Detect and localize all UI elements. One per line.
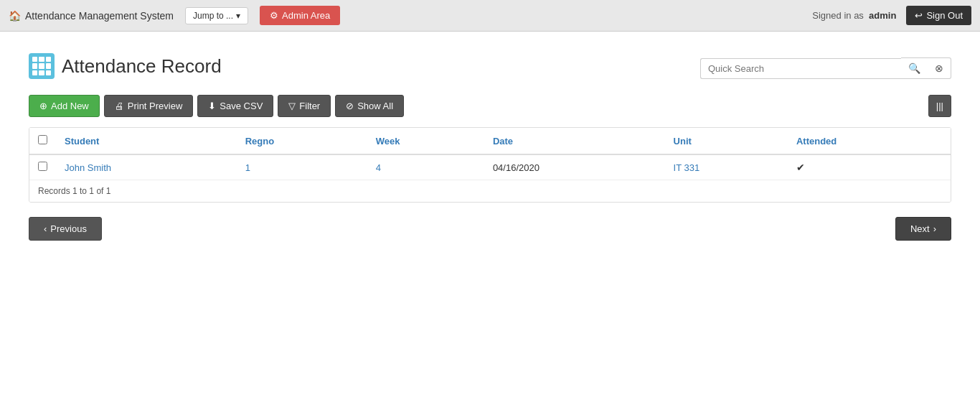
- records-info: Records 1 to 1 of 1: [29, 180, 951, 202]
- jump-to-button[interactable]: Jump to ... ▾: [185, 7, 248, 24]
- header-student[interactable]: Student: [56, 128, 237, 154]
- cell-week: 4: [367, 154, 484, 180]
- navbar: 🏠 Attendance Management System Jump to .…: [0, 0, 980, 32]
- signed-in-text: Signed in as admin: [812, 10, 896, 21]
- print-preview-label: Print Preview: [128, 101, 183, 111]
- clear-search-icon: ⊗: [935, 62, 943, 74]
- next-label: Next: [910, 223, 930, 234]
- pagination-area: ‹ Previous Next ›: [29, 217, 951, 241]
- filter-button[interactable]: ▽ Filter: [278, 95, 331, 117]
- jump-to-label: Jump to ...: [193, 11, 233, 21]
- show-all-button[interactable]: ⊘ Show All: [335, 95, 404, 117]
- page-title-area: Attendance Record: [29, 53, 222, 79]
- cell-unit: IT 331: [665, 154, 788, 180]
- week-link[interactable]: 4: [376, 162, 381, 173]
- plus-circle-icon: ⊕: [39, 101, 47, 111]
- header-unit[interactable]: Unit: [665, 128, 788, 154]
- table-row: John Smith 1 4 04/16/2020 IT 331 ✔: [29, 154, 951, 180]
- show-all-icon: ⊘: [346, 101, 354, 111]
- student-link[interactable]: John Smith: [65, 162, 111, 173]
- signed-in-user: admin: [869, 10, 896, 21]
- row-checkbox[interactable]: [38, 162, 47, 171]
- sign-out-label: Sign Out: [926, 10, 963, 21]
- filter-label: Filter: [299, 101, 320, 111]
- header-regno[interactable]: Regno: [237, 128, 367, 154]
- columns-icon: |||: [936, 101, 943, 111]
- page-header: Attendance Record 🔍 ⊗: [29, 53, 951, 79]
- next-button[interactable]: Next ›: [895, 217, 951, 241]
- sign-out-button[interactable]: ↩ Sign Out: [906, 6, 971, 25]
- chevron-right-icon: ›: [933, 223, 936, 234]
- save-csv-button[interactable]: ⬇ Save CSV: [197, 95, 273, 117]
- search-clear-button[interactable]: ⊗: [928, 57, 951, 79]
- search-button[interactable]: 🔍: [901, 57, 928, 79]
- gear-icon: ⚙: [270, 10, 278, 21]
- search-icon: 🔍: [908, 62, 920, 74]
- previous-label: Previous: [50, 223, 87, 234]
- save-csv-label: Save CSV: [220, 101, 263, 111]
- chevron-down-icon: ▾: [236, 11, 240, 21]
- page-title-icon: [29, 53, 55, 79]
- signed-in-prefix: Signed in as: [812, 10, 864, 21]
- main-content: Attendance Record 🔍 ⊗ ⊕ Add New 🖨 Print …: [0, 32, 980, 413]
- admin-area-button[interactable]: ⚙ Admin Area: [260, 6, 340, 25]
- attended-checkmark: ✔: [796, 162, 805, 173]
- quick-search-area: 🔍 ⊗: [700, 57, 951, 79]
- app-title: Attendance Management System: [25, 10, 174, 22]
- cell-attended: ✔: [788, 154, 951, 180]
- header-attended[interactable]: Attended: [788, 128, 951, 154]
- columns-button[interactable]: |||: [928, 95, 951, 117]
- toolbar: ⊕ Add New 🖨 Print Preview ⬇ Save CSV ▽ F…: [29, 95, 951, 117]
- header-checkbox-cell: [29, 128, 56, 154]
- navbar-right: Signed in as admin ↩ Sign Out: [812, 6, 971, 25]
- download-icon: ⬇: [208, 101, 216, 111]
- header-week[interactable]: Week: [367, 128, 484, 154]
- regno-link[interactable]: 1: [245, 162, 250, 173]
- show-all-label: Show All: [357, 101, 393, 111]
- cell-student: John Smith: [56, 154, 237, 180]
- home-icon: 🏠: [9, 10, 21, 22]
- print-preview-button[interactable]: 🖨 Print Preview: [104, 95, 194, 117]
- add-new-button[interactable]: ⊕ Add New: [29, 95, 100, 117]
- header-date[interactable]: Date: [484, 128, 665, 154]
- filter-icon: ▽: [288, 101, 296, 111]
- admin-area-label: Admin Area: [282, 10, 330, 21]
- attendance-table: Student Regno Week Date Unit Attended Jo…: [29, 128, 951, 180]
- navbar-brand: 🏠 Attendance Management System: [9, 10, 174, 22]
- attendance-table-wrapper: Student Regno Week Date Unit Attended Jo…: [29, 127, 951, 203]
- table-header-row: Student Regno Week Date Unit Attended: [29, 128, 951, 154]
- chevron-left-icon: ‹: [44, 223, 47, 234]
- previous-button[interactable]: ‹ Previous: [29, 217, 102, 241]
- navbar-left: 🏠 Attendance Management System Jump to .…: [9, 6, 340, 25]
- print-icon: 🖨: [115, 101, 124, 111]
- sign-out-icon: ↩: [915, 10, 923, 21]
- cell-regno: 1: [237, 154, 367, 180]
- unit-link[interactable]: IT 331: [674, 162, 700, 173]
- row-checkbox-cell: [29, 154, 56, 180]
- add-new-label: Add New: [51, 101, 89, 111]
- select-all-checkbox[interactable]: [38, 135, 47, 144]
- search-input[interactable]: [700, 58, 901, 79]
- page-title: Attendance Record: [62, 55, 222, 78]
- toolbar-buttons: ⊕ Add New 🖨 Print Preview ⬇ Save CSV ▽ F…: [29, 95, 404, 117]
- cell-date: 04/16/2020: [484, 154, 665, 180]
